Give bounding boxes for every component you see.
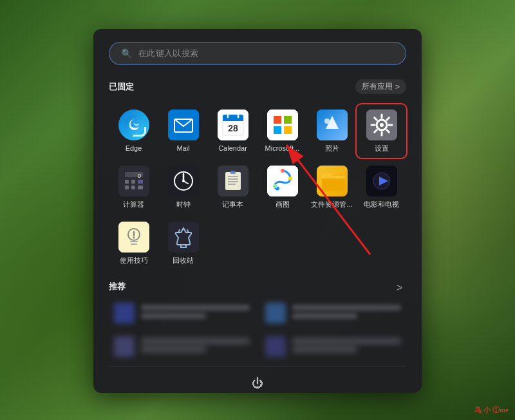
start-menu: 🔍 在此键入以搜索 已固定 所有应用 >: [93, 29, 422, 393]
svg-rect-32: [125, 180, 129, 184]
svg-rect-33: [131, 180, 135, 184]
svg-rect-13: [274, 126, 281, 134]
svg-rect-44: [225, 172, 241, 190]
rec-item-2[interactable]: [260, 299, 406, 327]
mail-icon: [168, 110, 199, 140]
svg-rect-35: [125, 186, 129, 189]
recommended-header: 推荐 >: [109, 281, 406, 292]
app-item-calc[interactable]: 0 计算器: [109, 160, 158, 214]
app-item-tips[interactable]: 使用技巧: [109, 216, 158, 270]
settings-icon: [366, 110, 397, 140]
rec-text-3: [141, 338, 250, 355]
app-item-notepad[interactable]: 记事本: [208, 160, 258, 214]
app-item-recycle[interactable]: 回收站: [158, 216, 208, 270]
svg-rect-14: [284, 126, 292, 134]
app-item-calendar[interactable]: 28 Calendar: [208, 104, 258, 158]
movies-icon: [366, 166, 397, 196]
svg-point-20: [380, 123, 384, 127]
svg-point-42: [182, 180, 185, 182]
recommended-section: 推荐 >: [109, 281, 406, 361]
mail-label: Mail: [176, 144, 189, 153]
power-button[interactable]: ⏻: [247, 374, 268, 393]
search-icon: 🔍: [121, 48, 132, 59]
rec-text-line-4b: [292, 347, 357, 352]
more-button[interactable]: >: [393, 281, 406, 295]
settings-label: 设置: [375, 144, 389, 153]
tips-label: 使用技巧: [120, 256, 148, 265]
svg-rect-37: [138, 186, 143, 189]
calendar-icon: 28: [218, 110, 248, 140]
app-item-paint[interactable]: 画图: [258, 160, 307, 214]
rec-text-line-1b: [141, 313, 206, 319]
svg-point-51: [281, 169, 285, 173]
bottom-bar: ⏻: [109, 366, 406, 393]
explorer-label: 文件资源管...: [311, 200, 352, 209]
svg-text:0: 0: [137, 173, 140, 179]
rec-item-4[interactable]: [260, 332, 406, 361]
search-placeholder: 在此键入以搜索: [138, 48, 198, 59]
svg-point-52: [288, 177, 292, 180]
paint-label: 画图: [276, 200, 290, 209]
rec-text-line-3b: [141, 347, 206, 352]
clock-label: 时钟: [176, 200, 191, 209]
watermark: 鸟 小 ①me: [474, 405, 509, 415]
rec-icon-3: [114, 336, 135, 357]
svg-rect-12: [284, 116, 292, 124]
svg-rect-36: [131, 186, 135, 189]
paint-icon: [267, 166, 298, 196]
all-apps-button[interactable]: 所有应用 >: [355, 79, 406, 94]
search-bar[interactable]: 🔍 在此键入以搜索: [109, 42, 406, 65]
rec-item-1[interactable]: [109, 299, 255, 327]
svg-rect-6: [223, 119, 243, 121]
svg-point-53: [273, 184, 277, 188]
rec-icon-1: [114, 303, 135, 323]
movies-label: 电影和电视: [364, 200, 399, 209]
pinned-section-header: 已固定 所有应用 >: [109, 79, 406, 94]
rec-text-line-2b: [292, 313, 357, 319]
rec-text-line-3a: [141, 338, 250, 344]
tips-icon: [118, 222, 149, 253]
app-item-movies[interactable]: 电影和电视: [357, 160, 406, 214]
rec-text-4: [292, 338, 401, 355]
explorer-icon: [317, 166, 348, 196]
recycle-label: 回收站: [173, 256, 194, 265]
svg-rect-49: [230, 171, 236, 174]
recommended-title: 推荐: [109, 281, 126, 292]
svg-rect-1: [168, 110, 199, 140]
app-item-photos[interactable]: 照片: [307, 104, 357, 158]
pinned-title: 已固定: [109, 81, 134, 93]
rec-text-1: [141, 305, 250, 321]
svg-rect-10: [267, 110, 298, 140]
svg-point-61: [133, 237, 135, 239]
notepad-label: 记事本: [222, 200, 243, 209]
svg-rect-11: [274, 116, 281, 124]
rec-text-line-1a: [141, 305, 250, 310]
app-item-explorer[interactable]: 文件资源管...: [307, 160, 357, 214]
recycle-icon: [168, 222, 199, 253]
app-item-edge[interactable]: Edge: [109, 104, 158, 158]
edge-icon: [118, 110, 149, 140]
calc-label: 计算器: [123, 200, 144, 209]
notepad-icon: [218, 166, 248, 196]
photos-icon: [317, 110, 348, 140]
chevron-right-icon: >: [395, 82, 400, 91]
rec-icon-4: [265, 336, 286, 357]
rec-icon-2: [265, 303, 286, 323]
edge-label: Edge: [126, 144, 142, 153]
rec-text-line-4a: [292, 338, 401, 344]
microsoft-label: Microsoft...: [265, 144, 300, 153]
rec-text-2: [292, 305, 401, 321]
app-item-mail[interactable]: Mail: [158, 104, 208, 158]
svg-point-17: [324, 119, 330, 124]
app-item-clock[interactable]: 时钟: [158, 160, 208, 214]
app-item-settings[interactable]: 设置: [357, 104, 406, 158]
svg-point-0: [124, 115, 144, 135]
all-apps-label: 所有应用: [362, 81, 393, 92]
app-grid: Edge Mail 28: [109, 104, 406, 271]
microsoft-icon: [267, 110, 298, 140]
svg-rect-34: [138, 180, 143, 184]
rec-item-3[interactable]: [109, 332, 255, 361]
svg-text:28: 28: [228, 123, 238, 133]
app-item-microsoft[interactable]: Microsoft...: [258, 104, 307, 158]
rec-text-line-2a: [292, 305, 401, 310]
